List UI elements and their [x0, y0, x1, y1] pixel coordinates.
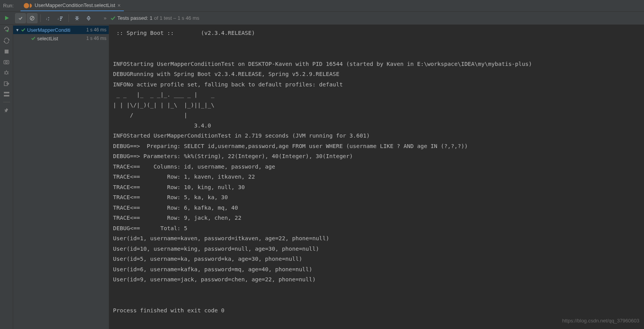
run-icon[interactable]	[4, 16, 9, 21]
filter-buttons: ↓az ↓	[13, 12, 94, 24]
debug-icon[interactable]	[3, 70, 9, 76]
collapse-all-button[interactable]	[83, 13, 94, 23]
stop-icon[interactable]	[4, 49, 9, 54]
layout-icon[interactable]	[4, 92, 9, 96]
show-ignored-button[interactable]	[27, 13, 38, 23]
test-class-name: UserMapperConditi	[27, 27, 70, 33]
chevron-right-icon: »	[104, 15, 106, 21]
console-output[interactable]: :: Spring Boot :: (v2.3.4.RELEASE) INFOS…	[109, 25, 644, 329]
rerun-failed-icon[interactable]	[3, 26, 10, 32]
run-config-title: UserMapperConditionTest.selectList	[34, 2, 115, 8]
tests-passed-label: Tests passed:	[117, 15, 148, 21]
svg-line-22	[8, 74, 9, 74]
dump-threads-icon[interactable]	[3, 59, 9, 64]
check-icon	[110, 16, 116, 21]
test-config-icon: ⬤◗	[24, 2, 32, 8]
watermark: https://blog.csdn.net/qq_37960603	[562, 316, 640, 326]
test-method-name: selectList	[37, 36, 58, 41]
gutter-divider	[3, 102, 10, 102]
gutter-icons	[0, 25, 13, 329]
test-duration: 1 s 46 ms	[86, 36, 106, 41]
show-passed-button[interactable]	[15, 13, 26, 23]
svg-rect-24	[4, 92, 9, 93]
svg-line-21	[4, 74, 5, 74]
test-duration: 1 s 46 ms	[86, 27, 106, 33]
run-config-tab[interactable]: ⬤◗ UserMapperConditionTest.selectList ×	[21, 0, 123, 11]
svg-line-20	[8, 72, 9, 72]
svg-line-2	[31, 17, 34, 19]
run-button-slot	[0, 12, 13, 24]
expand-all-button[interactable]	[72, 13, 82, 23]
tests-total-label: of 1 test – 1 s 46 ms	[154, 15, 199, 21]
run-tab-bar: Run: ⬤◗ UserMapperConditionTest.selectLi…	[0, 0, 644, 12]
svg-text:↓: ↓	[57, 17, 59, 21]
svg-rect-14	[5, 50, 9, 53]
test-status-bar: » Tests passed: 1 of 1 test – 1 s 46 ms	[104, 15, 199, 21]
svg-rect-8	[60, 18, 62, 19]
console-text: :: Spring Boot :: (v2.3.4.RELEASE) INFOS…	[113, 28, 644, 315]
toggle-auto-rerun-icon[interactable]	[3, 38, 10, 44]
pin-icon[interactable]	[4, 108, 9, 113]
test-tree-item[interactable]: selectList 1 s 46 ms	[13, 34, 109, 43]
sort-duration-button[interactable]: ↓	[55, 13, 66, 23]
svg-rect-25	[4, 95, 9, 96]
check-icon	[21, 28, 26, 32]
svg-marker-10	[4, 28, 5, 29]
sort-alpha-button[interactable]: ↓az	[43, 13, 54, 23]
exit-icon[interactable]	[4, 81, 9, 86]
run-label: Run:	[3, 3, 14, 9]
toolbar-divider	[40, 14, 41, 22]
svg-marker-13	[3, 40, 5, 43]
test-tree[interactable]: ▼ UserMapperConditi 1 s 46 ms selectList…	[13, 25, 109, 329]
toolbar-divider	[69, 14, 69, 22]
chevron-down-icon[interactable]: ▼	[15, 28, 21, 32]
test-tree-root[interactable]: ▼ UserMapperConditi 1 s 46 ms	[13, 26, 109, 34]
tests-passed-count: 1	[150, 15, 152, 21]
svg-text:z: z	[48, 19, 49, 21]
svg-point-17	[5, 72, 8, 74]
main-area: ▼ UserMapperConditi 1 s 46 ms selectList…	[0, 25, 644, 329]
check-icon	[31, 36, 36, 41]
svg-text:↓: ↓	[46, 17, 48, 21]
test-toolbar: ↓az ↓ » Tests passed: 1 of 1 test – 1 s …	[0, 12, 644, 25]
svg-rect-7	[60, 17, 63, 17]
svg-point-16	[5, 61, 7, 63]
svg-marker-12	[9, 39, 10, 41]
close-icon[interactable]: ×	[118, 2, 121, 9]
svg-line-19	[4, 72, 5, 72]
svg-rect-9	[60, 20, 61, 21]
svg-marker-0	[5, 16, 9, 20]
